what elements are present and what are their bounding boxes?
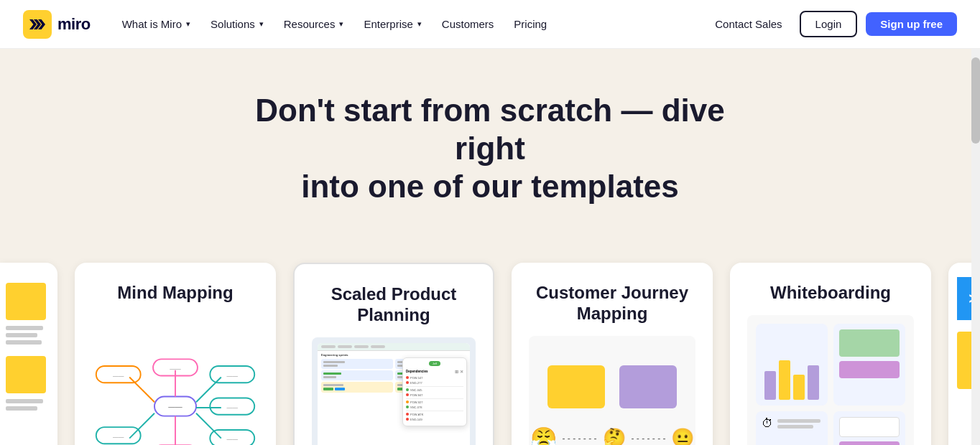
spp-title: Scaled Product Planning (312, 284, 476, 326)
logo-text: miro (57, 15, 91, 34)
mind-mapping-preview: —— —— —— —— —— (92, 315, 259, 445)
scrollbar-thumb[interactable] (971, 57, 980, 144)
login-button[interactable]: Login (800, 11, 858, 37)
nav-resources[interactable]: Resources ▾ (275, 12, 353, 36)
nav-enterprise[interactable]: Enterprise ▾ (355, 12, 430, 36)
nav-actions: Contact Sales Login Sign up free (706, 11, 957, 37)
svg-text:——: —— (227, 373, 239, 379)
svg-text:——: —— (227, 404, 239, 411)
whiteboarding-preview: ⏱ (747, 315, 914, 445)
nav-links: What is Miro ▾ Solutions ▾ Resources ▾ E… (114, 12, 707, 36)
chevron-down-icon: ▾ (417, 19, 422, 29)
svg-text:——: —— (168, 403, 182, 411)
signup-button[interactable]: Sign up free (866, 12, 957, 36)
hero-title: Don't start from scratch — dive right in… (239, 92, 741, 205)
svg-text:——: —— (113, 434, 124, 440)
template-card-mind-mapping[interactable]: Mind Mapping —— —— —— (75, 263, 276, 445)
svg-text:——: —— (170, 365, 181, 372)
contact-sales-link[interactable]: Contact Sales (706, 12, 790, 36)
miro-logo-icon (23, 10, 52, 39)
whiteboarding-title: Whiteboarding (747, 283, 914, 304)
templates-section: Mind Mapping —— —— —— (0, 240, 980, 445)
svg-line-14 (129, 378, 154, 403)
nav-customers[interactable]: Customers (433, 12, 503, 36)
scrollbar-track[interactable] (971, 0, 980, 445)
nav-pricing[interactable]: Pricing (505, 12, 555, 36)
spp-preview: Engineering sprints (312, 337, 476, 445)
template-card-whiteboarding[interactable]: Whiteboarding ⏱ (730, 263, 931, 445)
nav-solutions[interactable]: Solutions ▾ (202, 12, 272, 36)
templates-row: Mind Mapping —— —— —— (0, 263, 980, 445)
hero-section: Don't start from scratch — dive right in… (0, 49, 980, 240)
svg-line-11 (196, 413, 221, 439)
navbar: miro What is Miro ▾ Solutions ▾ Resource… (0, 0, 980, 49)
partial-left-card (0, 263, 57, 445)
logo[interactable]: miro (23, 10, 91, 39)
svg-line-17 (129, 413, 154, 439)
chevron-down-icon: ▾ (259, 19, 264, 29)
nav-what-is-miro[interactable]: What is Miro ▾ (114, 12, 199, 36)
template-card-cjm[interactable]: Customer Journey Mapping 😤 - - - - - - -… (512, 263, 713, 445)
chevron-down-icon: ▾ (186, 19, 190, 29)
template-card-spp[interactable]: Scaled Product Planning Engineering spri… (293, 263, 494, 445)
cjm-preview: 😤 - - - - - - - 🤔 - - - - - - - 😐 (529, 336, 695, 445)
svg-text:——: —— (113, 373, 124, 379)
svg-text:——: —— (227, 436, 239, 443)
cjm-title: Customer Journey Mapping (529, 283, 695, 324)
chevron-down-icon: ▾ (339, 19, 343, 29)
mind-mapping-title: Mind Mapping (92, 283, 259, 304)
